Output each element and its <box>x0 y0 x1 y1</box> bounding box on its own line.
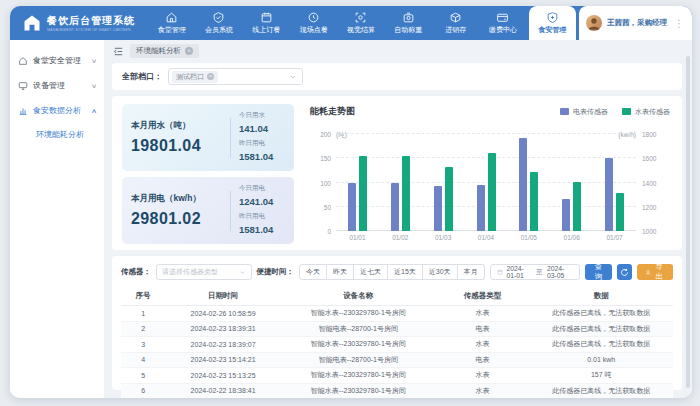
column-header: 设备名称 <box>281 287 436 306</box>
nav-item-vision-checkout[interactable]: 视觉结算 <box>337 6 384 40</box>
bar-电表传感器-01/05[interactable] <box>519 138 527 231</box>
table-cell: 智能电表--28700-1号房间 <box>281 352 436 368</box>
sidebar-item-device-management[interactable]: 设备管理 ∨ <box>10 73 104 98</box>
bar-group-01/01: 01/01 <box>336 134 379 231</box>
nav-item-payment-center[interactable]: 缴费中心 <box>479 6 526 40</box>
nav-item-label: 食安管理 <box>538 25 566 35</box>
user-menu[interactable]: 王茜茜，采购经理 ⋮ <box>579 6 692 40</box>
nav-item-member[interactable]: 会员系统 <box>195 6 242 40</box>
nav-item-online-order[interactable]: 线上订餐 <box>243 6 290 40</box>
date-start: 2024-01-01 <box>507 265 533 279</box>
sensor-data-table: 序号日期时间设备名称传感器类型数据 12024-02-26 10:58:59智能… <box>121 287 673 398</box>
table-row[interactable]: 22024-02-23 18:39:31智能电表--28700-1号房间电表此传… <box>121 321 673 337</box>
sub-label: 今日用电 <box>239 184 285 193</box>
sensor-type-select[interactable]: 请选择传感器类型 <box>156 264 252 280</box>
tab-env-energy[interactable]: 环境能耗分析 × <box>130 44 199 58</box>
online-order-icon <box>260 11 273 24</box>
quick-time-4[interactable]: 近15天 <box>388 264 423 280</box>
water-usage-card: 本月用水（吨） 19801.04 今日用水 141.04 昨日用电 1581.0… <box>122 104 294 171</box>
bar-水表传感器-01/01[interactable] <box>359 156 367 231</box>
tab-close-icon[interactable]: × <box>185 47 193 55</box>
x-axis-label: 01/06 <box>550 234 593 241</box>
person-icon <box>586 15 602 31</box>
bar-电表传感器-01/03[interactable] <box>434 186 442 231</box>
legend-swatch <box>560 108 569 115</box>
bar-电表传感器-01/01[interactable] <box>348 183 356 232</box>
bar-水表传感器-01/06[interactable] <box>573 182 581 231</box>
stall-filter-panel: 全部档口： 测试档口 × <box>112 63 682 90</box>
date-range-picker[interactable]: 2024-01-01 至 2024-03-05 <box>490 264 580 280</box>
chart-legend: 电表传感器水表传感器 <box>560 107 670 117</box>
user-name: 王茜茜，采购经理 <box>607 18 667 28</box>
sidebar-item-canteen-safety[interactable]: 食堂安全管理 ∨ <box>10 48 104 73</box>
right-axis-tick: 1800 <box>636 131 656 138</box>
table-row[interactable]: 52024-02-23 15:13:25智能水表--230329780-1号房间… <box>121 368 673 384</box>
table-cell: 水表 <box>436 383 530 398</box>
quick-time-1[interactable]: 今天 <box>299 264 327 280</box>
x-axis-label: 01/01 <box>336 234 379 241</box>
table-cell: 此传感器已离线，无法获取数据 <box>529 337 673 353</box>
sub-label: 昨日用电 <box>239 212 285 221</box>
left-axis-tick: 0 <box>327 228 336 235</box>
nav-item-inventory[interactable]: 进销存 <box>432 6 479 40</box>
scrollbar-thumb[interactable] <box>686 56 690 388</box>
bar-水表传感器-01/05[interactable] <box>530 172 538 231</box>
download-icon <box>645 268 651 276</box>
app-title: 餐饮后台管理系统 <box>47 14 135 28</box>
electricity-usage-card: 本月用电（kw/h） 29801.02 今日用电 1241.04 昨日用电 15… <box>122 177 294 244</box>
bar-水表传感器-01/07[interactable] <box>616 193 624 231</box>
tag-remove-icon[interactable]: × <box>207 73 214 80</box>
stall-tag-label: 测试档口 <box>176 72 204 82</box>
table-row[interactable]: 62024-02-22 18:38:41智能水表--230329780-1号房间… <box>121 383 673 398</box>
collapse-sidebar-icon[interactable] <box>113 46 124 57</box>
bar-电表传感器-01/04[interactable] <box>477 185 485 231</box>
nav-item-auto-weigh[interactable]: 自动称重 <box>385 6 432 40</box>
sidebar-item-food-safety-analysis[interactable]: 食安数据分析 ∧ <box>10 98 104 123</box>
quick-time-3[interactable]: 近七天 <box>354 264 388 280</box>
chevron-down-icon: ∨ <box>91 82 97 89</box>
scrollbar[interactable] <box>686 44 690 392</box>
table-cell: 智能水表--230329780-1号房间 <box>281 368 436 384</box>
more-menu-icon[interactable]: ⋮ <box>672 18 684 29</box>
table-cell: 157 吨 <box>529 368 673 384</box>
bar-水表传感器-01/04[interactable] <box>488 153 496 231</box>
table-cell: 1 <box>121 306 165 322</box>
nav-item-canteen[interactable]: 食堂管理 <box>148 6 195 40</box>
table-cell: 0.01 kwh <box>529 352 673 368</box>
table-row[interactable]: 42024-02-23 15:14:21智能电表--28700-1号房间电表0.… <box>121 352 673 368</box>
legend-item[interactable]: 水表传感器 <box>622 107 670 117</box>
legend-item[interactable]: 电表传感器 <box>560 107 608 117</box>
sidebar-subitem-env-energy-analysis[interactable]: 环境能耗分析 <box>10 123 104 146</box>
search-button[interactable]: 查询 <box>585 264 613 280</box>
table-row[interactable]: 12024-02-26 10:58:59智能水表--230329780-1号房间… <box>121 306 673 322</box>
nav-item-dine-in[interactable]: 现场点餐 <box>290 6 337 40</box>
top-nav: 食堂管理会员系统线上订餐现场点餐视觉结算自动称重进销存缴费中心食安管理 <box>148 6 576 40</box>
nav-item-food-safety[interactable]: 食安管理 <box>529 6 576 40</box>
desktop-background: 餐饮后台管理系统 MANAGEMENT SYSTEM OF SMART CANT… <box>0 0 700 406</box>
table-cell: 此传感器已离线，无法获取数据 <box>529 383 673 398</box>
quick-time-6[interactable]: 本月 <box>458 264 485 280</box>
bar-group-01/06: 01/06 <box>550 134 593 231</box>
bar-水表传感器-01/02[interactable] <box>402 156 410 231</box>
table-row[interactable]: 32024-02-23 18:39:07智能水表--230329780-1号房间… <box>121 337 673 353</box>
column-header: 序号 <box>121 287 165 306</box>
export-button-label: 导出 <box>654 262 665 282</box>
bar-水表传感器-01/03[interactable] <box>445 167 453 231</box>
export-button[interactable]: 导出 <box>637 264 673 280</box>
quick-time-5[interactable]: 近30天 <box>423 264 458 280</box>
bar-电表传感器-01/07[interactable] <box>605 158 613 231</box>
table-cell: 5 <box>121 368 165 384</box>
sub-label: 今日用水 <box>239 111 285 120</box>
legend-swatch <box>622 108 631 115</box>
stall-select[interactable]: 测试档口 × <box>168 68 303 85</box>
table-cell: 智能电表--28700-1号房间 <box>281 321 436 337</box>
chevron-down-icon <box>239 269 246 276</box>
chart-title: 能耗走势图 <box>310 105 355 118</box>
bar-group-01/04: 01/04 <box>465 134 508 231</box>
bar-电表传感器-01/02[interactable] <box>391 183 399 232</box>
logo-house-icon <box>22 13 42 33</box>
refresh-button[interactable] <box>617 264 631 280</box>
bar-电表传感器-01/06[interactable] <box>562 199 570 231</box>
quick-time-2[interactable]: 昨天 <box>327 264 354 280</box>
table-cell: 2024-02-23 18:39:07 <box>165 337 281 353</box>
